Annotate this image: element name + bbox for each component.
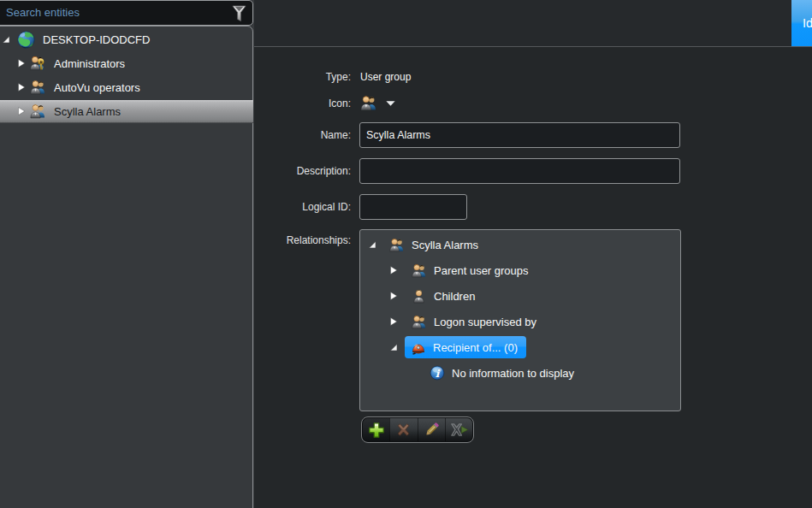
tree-item-label: DESKTOP-IDODCFD xyxy=(43,33,150,46)
tree-item-label: AutoVu operators xyxy=(54,81,140,94)
entity-sidebar: Search entities DESKTOP-IDODCFD Administ… xyxy=(0,0,254,508)
rel-item-label: Logon supervised by xyxy=(434,316,536,328)
user-group-icon xyxy=(359,94,377,112)
user-icon xyxy=(411,288,427,304)
collapsed-arrow-icon[interactable] xyxy=(389,292,398,300)
collapsed-arrow-icon[interactable] xyxy=(389,266,398,275)
alarm-icon xyxy=(411,340,426,355)
relationships-label: Relationships: xyxy=(248,233,351,247)
tree-item-administrators[interactable]: Administrators xyxy=(0,51,253,75)
globe-icon xyxy=(17,31,35,49)
search-entities-placeholder: Search entities xyxy=(6,1,80,25)
expanded-arrow-icon[interactable] xyxy=(368,240,376,249)
tree-item-scylla-alarms-selected[interactable]: Scylla Alarms xyxy=(0,100,253,123)
user-group-icon xyxy=(411,263,427,279)
jump-to-button[interactable] xyxy=(445,418,472,441)
user-group-icon xyxy=(29,103,46,120)
expanded-arrow-icon[interactable] xyxy=(389,343,398,351)
collapsed-arrow-icon[interactable] xyxy=(17,83,26,92)
chevron-down-icon[interactable] xyxy=(386,101,395,106)
add-button[interactable] xyxy=(363,418,389,441)
edit-button[interactable] xyxy=(418,418,445,441)
plus-icon xyxy=(368,422,385,439)
rel-item-label: Recipient of... (0) xyxy=(433,341,518,354)
rel-item-label: Children xyxy=(434,290,475,303)
rel-item-label: No information to display xyxy=(452,367,574,380)
description-input[interactable] xyxy=(359,158,680,184)
logical-id-input[interactable] xyxy=(359,194,467,220)
collapsed-arrow-icon[interactable] xyxy=(17,59,26,68)
user-group-icon xyxy=(388,237,405,253)
description-label: Description: xyxy=(248,164,351,178)
tree-item-label: Administrators xyxy=(54,57,125,70)
tab-identity-label: Identity xyxy=(803,16,812,30)
rel-item-label: Scylla Alarms xyxy=(412,239,478,251)
user-group-icon xyxy=(411,314,427,330)
tree-item-autovu-operators[interactable]: AutoVu operators xyxy=(0,75,253,99)
rel-item-recipient-of[interactable]: Recipient of... (0) xyxy=(360,334,680,360)
search-entities-box[interactable]: Search entities xyxy=(0,0,253,26)
icon-dropdown[interactable] xyxy=(359,94,395,112)
relationships-toolbar xyxy=(361,416,474,443)
filter-funnel-icon[interactable] xyxy=(232,5,246,22)
delete-x-icon xyxy=(395,422,412,438)
type-label: Type: xyxy=(248,70,351,84)
name-label: Name: xyxy=(248,128,351,142)
rel-item-scylla-alarms[interactable]: Scylla Alarms xyxy=(360,232,680,257)
tree-item-label: Scylla Alarms xyxy=(54,105,121,118)
header-separator xyxy=(254,46,812,47)
rel-item-parent-user-groups[interactable]: Parent user groups xyxy=(360,257,680,283)
logical-id-label: Logical ID: xyxy=(248,200,351,214)
expanded-arrow-icon[interactable] xyxy=(2,35,10,44)
main-header-bar xyxy=(254,0,812,46)
collapsed-arrow-icon[interactable] xyxy=(389,317,398,326)
configure-icon xyxy=(449,422,469,438)
rel-item-label: Parent user groups xyxy=(434,264,529,277)
name-input[interactable] xyxy=(359,122,680,148)
config-tool-window: Search entities DESKTOP-IDODCFD Administ… xyxy=(0,0,812,508)
selected-row-highlight[interactable]: Recipient of... (0) xyxy=(405,336,526,358)
type-value: User group xyxy=(360,70,411,84)
delete-button[interactable] xyxy=(389,418,417,441)
rel-item-children[interactable]: Children xyxy=(360,283,680,309)
rel-item-logon-supervised-by[interactable]: Logon supervised by xyxy=(360,309,680,334)
collapsed-arrow-icon[interactable] xyxy=(17,107,26,115)
tree-item-desktop[interactable]: DESKTOP-IDODCFD xyxy=(0,27,253,51)
admin-user-group-icon xyxy=(29,55,46,72)
user-group-icon xyxy=(29,79,46,96)
pencil-icon xyxy=(424,422,440,438)
info-icon xyxy=(430,365,445,381)
rel-item-no-information: No information to display xyxy=(360,360,680,386)
icon-label: Icon: xyxy=(248,97,351,110)
relationships-tree: Scylla Alarms Parent user groups Childre… xyxy=(359,229,681,411)
tab-identity[interactable]: Identity xyxy=(791,0,812,46)
